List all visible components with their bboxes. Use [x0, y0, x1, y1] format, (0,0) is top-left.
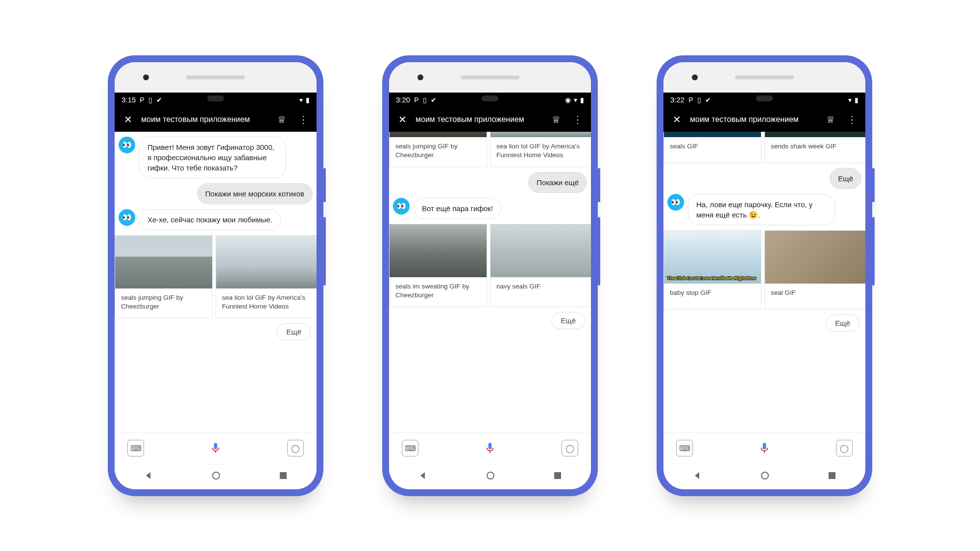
assistant-icon[interactable]: ♕ — [822, 111, 839, 128]
mic-icon — [758, 442, 771, 455]
gif-carousel[interactable]: seals jumping GIF by Cheezburger sea lio… — [389, 132, 591, 167]
recents-icon[interactable] — [279, 471, 288, 482]
mic-button[interactable] — [206, 439, 225, 457]
gif-carousel[interactable]: seals im sweating GIF by Cheezburger nav… — [389, 224, 591, 307]
gif-card[interactable]: seals jumping GIF by Cheezburger — [389, 132, 487, 167]
gif-card[interactable]: seals jumping GIF by Cheezburger — [115, 235, 213, 318]
suggestion-chip[interactable]: Ещё — [551, 312, 585, 329]
gif-card[interactable]: seals im sweating GIF by Cheezburger — [389, 224, 487, 307]
suggestion-chip-row: Ещё — [119, 323, 313, 340]
close-icon[interactable]: ✕ — [120, 111, 136, 128]
back-icon[interactable] — [692, 471, 702, 482]
status-icon: P — [688, 96, 693, 104]
keyboard-icon[interactable]: ⌨ — [402, 440, 418, 456]
overflow-menu-icon[interactable]: ⋮ — [569, 111, 586, 128]
back-icon[interactable] — [418, 471, 428, 482]
suggestion-chip-row: Ещё — [393, 312, 587, 329]
bot-message-row: 👀 Вот ещё пара гифок! — [393, 198, 587, 219]
lens-icon[interactable]: ◯ — [836, 440, 853, 456]
back-icon[interactable] — [144, 471, 153, 482]
gif-card[interactable]: baby stop GIF — [663, 230, 761, 310]
phone-mockup: 3:22 P ▯ ✔ ▾ ▮ ✕ моим тестовым приложени… — [657, 55, 872, 496]
mic-icon — [209, 442, 222, 455]
lens-icon[interactable]: ◯ — [562, 440, 578, 456]
keyboard-icon[interactable]: ⌨ — [676, 440, 693, 456]
app-bar: ✕ моим тестовым приложением ♕ ⋮ — [663, 107, 865, 132]
mic-button[interactable] — [755, 439, 774, 457]
mic-icon — [484, 442, 496, 455]
user-message-row: Покажи мне морских котиков — [119, 183, 313, 204]
status-icon: ✔ — [431, 96, 437, 104]
bot-avatar-icon: 👀 — [393, 198, 410, 215]
overflow-menu-icon[interactable]: ⋮ — [844, 111, 860, 128]
status-time: 3:20 — [396, 96, 410, 104]
gif-thumbnail — [390, 224, 487, 277]
gif-thumbnail — [115, 236, 212, 288]
conversation-area: 👀 Привет! Меня зовут Гифинатор 3000, я п… — [115, 132, 317, 432]
gif-caption: seals im sweating GIF by Cheezburger — [390, 277, 487, 307]
home-icon[interactable] — [760, 471, 770, 482]
status-icon: P — [414, 96, 418, 104]
gif-thumbnail — [664, 132, 761, 137]
gif-caption: seal GIF — [765, 284, 865, 309]
gif-thumbnail — [490, 224, 591, 277]
status-icon: ✔ — [705, 96, 711, 104]
gif-caption: navy seals GIF — [490, 277, 591, 303]
user-message-bubble: Покажи ещё — [528, 172, 587, 193]
phone-top-bezel — [115, 62, 317, 93]
status-icon: ✔ — [156, 96, 162, 104]
android-nav-bar — [663, 464, 865, 489]
wifi-icon: ▾ — [574, 96, 577, 104]
recents-icon[interactable] — [553, 471, 562, 482]
android-nav-bar — [115, 464, 317, 489]
gif-card[interactable]: sends shark week GIF — [764, 132, 865, 163]
gif-card[interactable]: sea lion lol GIF by America's Funniest H… — [490, 132, 591, 167]
close-icon[interactable]: ✕ — [394, 111, 411, 128]
gif-card[interactable]: seals GIF — [663, 132, 761, 163]
gif-carousel[interactable]: seals GIF sends shark week GIF — [663, 132, 865, 163]
gif-carousel[interactable]: baby stop GIF seal GIF — [663, 230, 865, 310]
overflow-menu-icon[interactable]: ⋮ — [295, 111, 312, 128]
gif-thumbnail — [765, 132, 865, 137]
suggestion-chip[interactable]: Ещё — [277, 323, 311, 340]
bot-message-bubble: На, лови еще парочку. Если что, у меня е… — [688, 194, 835, 225]
recents-icon[interactable] — [828, 471, 836, 482]
lens-icon[interactable]: ◯ — [287, 440, 304, 456]
gif-card[interactable]: seal GIF — [764, 230, 865, 310]
bot-message-bubble: Привет! Меня зовут Гифинатор 3000, я про… — [139, 137, 286, 178]
wifi-icon: ▾ — [299, 96, 303, 104]
gif-card[interactable]: navy seals GIF — [490, 224, 591, 307]
status-time: 3:22 — [670, 96, 685, 104]
home-icon[interactable] — [211, 471, 221, 482]
assistant-icon[interactable]: ♕ — [273, 111, 290, 128]
home-icon[interactable] — [486, 471, 495, 482]
bot-avatar-icon: 👀 — [119, 209, 135, 226]
svg-point-2 — [487, 472, 494, 479]
status-icon: ▯ — [148, 96, 152, 104]
wifi-icon: ▾ — [848, 96, 852, 104]
assistant-icon[interactable]: ♕ — [548, 111, 564, 128]
battery-icon: ▮ — [855, 96, 858, 104]
app-bar: ✕ моим тестовым приложением ♕ ⋮ — [389, 107, 591, 132]
svg-rect-5 — [829, 472, 835, 479]
app-bar: ✕ моим тестовым приложением ♕ ⋮ — [115, 107, 317, 132]
phone-top-bezel — [663, 62, 865, 93]
app-title: моим тестовым приложением — [690, 115, 817, 124]
gif-caption: seals GIF — [664, 137, 761, 163]
svg-point-4 — [761, 472, 768, 479]
phone-mockup: 3:15 P ▯ ✔ ▾ ▮ ✕ моим тестовым приложени… — [108, 55, 323, 496]
gif-caption: sea lion lol GIF by America's Funniest H… — [490, 137, 591, 167]
mic-button[interactable] — [481, 439, 499, 457]
gif-card[interactable]: sea lion lol GIF by America's Funniest H… — [216, 235, 317, 318]
gif-caption: sends shark week GIF — [765, 137, 865, 163]
keyboard-icon[interactable]: ⌨ — [127, 440, 144, 456]
gif-carousel[interactable]: seals jumping GIF by Cheezburger sea lio… — [115, 235, 317, 318]
phone-top-bezel — [389, 62, 591, 93]
suggestion-chip[interactable]: Ещё — [826, 314, 859, 332]
svg-rect-1 — [280, 472, 287, 479]
bot-message-row: 👀 Привет! Меня зовут Гифинатор 3000, я п… — [119, 137, 313, 178]
close-icon[interactable]: ✕ — [668, 111, 685, 128]
bot-avatar-icon: 👀 — [119, 137, 135, 153]
conversation-area: seals jumping GIF by Cheezburger sea lio… — [389, 132, 591, 432]
gif-thumbnail — [490, 132, 591, 137]
